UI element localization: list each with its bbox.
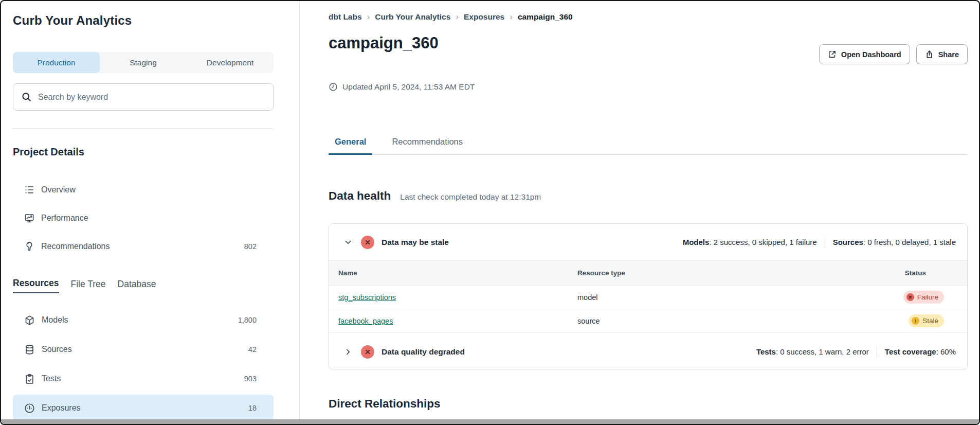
page-title: campaign_360 [329, 34, 439, 52]
env-tab-development[interactable]: Development [187, 52, 274, 73]
sidebar: Curb Your Analytics Production Staging D… [13, 1, 274, 424]
breadcrumb-exposures[interactable]: Exposures [464, 12, 504, 22]
cube-icon [24, 315, 35, 326]
resource-link[interactable]: facebook_pages [338, 317, 393, 325]
data-health-header: Data health Last check completed today a… [329, 189, 541, 203]
search-input[interactable] [38, 93, 265, 102]
env-tab-production[interactable]: Production [13, 52, 100, 73]
main-content: dbt Labs › Curb Your Analytics › Exposur… [329, 1, 968, 424]
failure-x-icon: ✕ [906, 293, 914, 301]
status-label: Failure [917, 293, 938, 301]
status-label: Stale [922, 317, 938, 325]
status-badge-failure: ✕ Failure [903, 291, 944, 304]
resource-link[interactable]: stg_subscriptions [338, 293, 396, 302]
lightbulb-icon [24, 241, 34, 252]
resource-type-cell: source [568, 309, 813, 333]
sidebar-item-tests[interactable]: Tests 903 [13, 365, 274, 392]
last-check-text: Last check completed today at 12:31pm [400, 192, 541, 202]
exposures-count: 18 [248, 404, 257, 412]
environment-tabs: Production Staging Development [13, 52, 274, 73]
resource-type-cell: model [568, 286, 813, 309]
sidebar-item-exposures[interactable]: Exposures 18 [13, 395, 274, 421]
sidebar-item-models[interactable]: Models 1,800 [13, 307, 274, 333]
data-health-heading: Data health [329, 189, 391, 203]
sidebar-item-label: Recommendations [41, 242, 110, 251]
project-title: Curb Your Analytics [13, 13, 132, 28]
tab-resources[interactable]: Resources [13, 278, 59, 293]
data-health-card: ✕ Data may be stale Models: 2 success, 0… [329, 223, 968, 369]
tests-count: 903 [244, 375, 257, 383]
chevron-right-icon: › [510, 12, 513, 22]
updated-timestamp: Updated April 5, 2024, 11:53 AM EDT [329, 82, 475, 92]
sidebar-item-recommendations[interactable]: Recommendations 802 [13, 239, 274, 254]
resources-list: Models 1,800 Sources 42 [13, 307, 274, 421]
stale-section-stats: Models: 2 success, 0 skipped, 1 failure … [683, 237, 956, 247]
coverage-stat: Test coverage: 60% [885, 347, 956, 356]
stat-divider [877, 346, 877, 357]
chevron-down-icon[interactable] [340, 235, 356, 250]
quality-section-title: Data quality degraded [382, 347, 465, 357]
header-resource-type: Resource type [568, 261, 813, 286]
tab-database[interactable]: Database [118, 279, 156, 293]
recommendations-count: 802 [244, 242, 257, 251]
chevron-right-icon[interactable] [340, 344, 356, 360]
share-button[interactable]: Share [916, 44, 968, 64]
env-tab-staging[interactable]: Staging [100, 52, 187, 73]
page-tabs: General Recommendations [329, 134, 968, 155]
sidebar-item-label: Exposures [42, 403, 81, 413]
warn-exclamation-icon: ! [912, 317, 919, 325]
breadcrumb-current: campaign_360 [518, 12, 573, 22]
stat-divider [825, 237, 825, 247]
sidebar-item-performance[interactable]: Performance [13, 210, 274, 226]
direct-relationships-heading: Direct Relationships [329, 397, 441, 411]
database-icon [24, 344, 35, 355]
share-label: Share [938, 50, 959, 59]
sidebar-item-label: Overview [41, 185, 76, 194]
breadcrumb-project[interactable]: Curb Your Analytics [375, 12, 450, 22]
gauge-icon [24, 403, 35, 414]
clock-icon [329, 82, 338, 92]
tab-recommendations[interactable]: Recommendations [386, 134, 469, 155]
breadcrumb-dbt-labs[interactable]: dbt Labs [329, 12, 362, 22]
status-badge-stale: ! Stale [909, 314, 944, 327]
stale-resources-table: Name Resource type Status stg_subscripti… [329, 260, 967, 333]
models-stat: Models: 2 success, 0 skipped, 1 failure [683, 238, 817, 246]
stale-section-title: Data may be stale [382, 238, 449, 247]
stale-section-row: ✕ Data may be stale Models: 2 success, 0… [329, 224, 967, 260]
open-dashboard-button[interactable]: Open Dashboard [819, 44, 910, 64]
models-count: 1,800 [238, 316, 257, 324]
tab-general[interactable]: General [329, 134, 372, 155]
sources-stat: Sources: 0 fresh, 0 delayed, 1 stale [833, 238, 956, 246]
sidebar-main-divider [299, 1, 300, 424]
project-details-list: Overview Performance [13, 182, 274, 254]
error-circle-icon: ✕ [361, 345, 374, 359]
sidebar-item-sources[interactable]: Sources 42 [13, 336, 274, 363]
tab-file-tree[interactable]: File Tree [71, 279, 106, 293]
updated-text: Updated April 5, 2024, 11:53 AM EDT [342, 82, 475, 92]
resource-view-tabs: Resources File Tree Database [13, 278, 156, 293]
sidebar-divider [13, 128, 274, 129]
chevron-right-icon: › [367, 12, 370, 22]
share-icon [925, 50, 934, 59]
table-row: facebook_pages source ! Stale [329, 309, 967, 333]
header-status: Status [813, 261, 967, 286]
clipboard-check-icon [24, 374, 35, 384]
table-row: stg_subscriptions model ✕ Failure [329, 286, 967, 309]
sidebar-item-label: Tests [42, 374, 61, 383]
sidebar-item-overview[interactable]: Overview [13, 182, 274, 198]
open-dashboard-label: Open Dashboard [841, 50, 901, 59]
breadcrumb: dbt Labs › Curb Your Analytics › Exposur… [329, 12, 573, 22]
project-details-heading: Project Details [13, 146, 84, 158]
sources-count: 42 [248, 345, 257, 353]
external-link-icon [828, 50, 837, 59]
performance-icon [24, 213, 34, 223]
search-icon [21, 92, 32, 102]
list-icon [24, 185, 34, 195]
search-box[interactable] [13, 83, 274, 111]
sidebar-item-label: Models [42, 315, 68, 325]
sidebar-item-label: Sources [42, 345, 72, 354]
header-name: Name [329, 261, 568, 286]
error-circle-icon: ✕ [361, 236, 374, 249]
horizontal-scrollbar[interactable] [1, 419, 979, 424]
chevron-right-icon: › [456, 12, 459, 22]
